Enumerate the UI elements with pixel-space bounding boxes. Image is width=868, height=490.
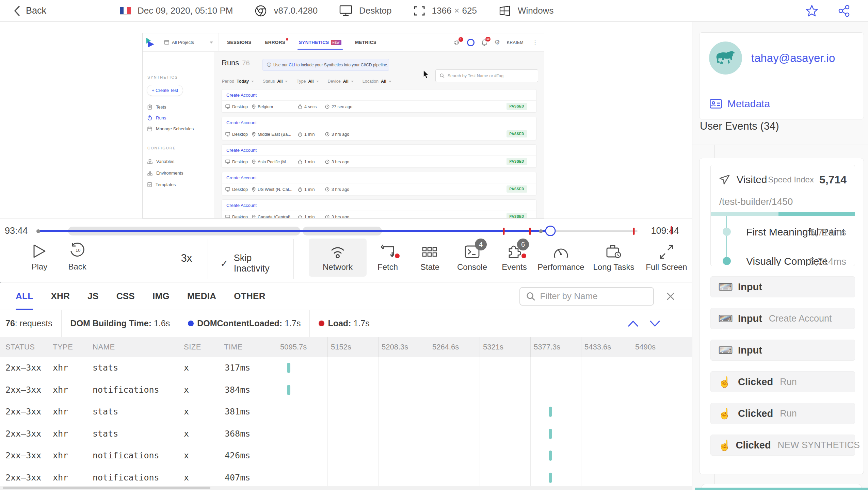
panel-button-events[interactable]: 6 Events [493, 239, 535, 277]
network-tab[interactable]: CSS [116, 283, 135, 310]
error-marker[interactable] [529, 228, 531, 235]
horizontal-scrollbar [0, 486, 692, 490]
timeline-scrubber[interactable] [545, 226, 556, 236]
test-search-box[interactable] [435, 69, 538, 82]
sidebar-item-environments[interactable]: Environments [147, 170, 183, 176]
user-event-item[interactable]: ⌨ ☝ Input Create Account [710, 308, 855, 329]
app-nav-tab[interactable]: SYNTHETICS NEW [299, 33, 341, 51]
column-time[interactable]: TIME [224, 337, 243, 357]
column-status[interactable]: STATUS [5, 337, 35, 357]
app-nav-tab[interactable]: SESSIONS [227, 33, 251, 51]
network-request-row[interactable]: 2xx–3xx xhr stats x 368ms [0, 423, 692, 445]
filter-dropdown[interactable]: Status All [263, 79, 288, 84]
filter-dropdown[interactable]: Period Today [222, 79, 254, 84]
clock-icon [325, 215, 329, 218]
user-event-item[interactable]: ⌨ ☝ Input [710, 276, 855, 297]
user-menu[interactable]: KRAIEM [507, 40, 524, 45]
request-timing-bar [549, 407, 552, 417]
visited-card[interactable]: Visited Speed Index 5,714 /test-builder/… [710, 165, 855, 266]
run-name-link[interactable]: Create Account [222, 117, 536, 128]
clock-icon [325, 187, 329, 192]
user-event-item[interactable]: ⌨ ☝ Clicked Run [710, 371, 855, 392]
scrollbar-thumb[interactable] [3, 487, 210, 489]
bell-icon[interactable]: 13 [481, 39, 487, 46]
run-name-link[interactable]: Create Account [222, 145, 536, 156]
column-name[interactable]: NAME [93, 337, 115, 357]
kebab-menu-icon[interactable]: ⋮ [530, 39, 540, 46]
location-pin-icon [252, 215, 256, 219]
back-10s-button[interactable]: 10 Back [66, 241, 89, 272]
mouse-cursor [422, 70, 429, 79]
sidebar-item-tests[interactable]: Tests [147, 104, 166, 110]
panel-buttons: Network Fetch State [309, 239, 692, 277]
panel-button-console[interactable]: 4 Console [451, 239, 493, 277]
announcements-icon[interactable]: 1 [453, 39, 460, 46]
error-marker[interactable] [633, 228, 635, 235]
divider [692, 145, 868, 145]
column-size[interactable]: SIZE [184, 337, 201, 357]
sidebar-item-templates[interactable]: Templates [147, 182, 176, 187]
network-request-row[interactable]: 2xx–3xx xhr notifications x 426ms [0, 445, 692, 467]
cli-info-banner: ⓘ Use our CLI to include your Synthetics… [262, 59, 389, 71]
back-button[interactable]: Back [14, 5, 46, 16]
network-tab[interactable]: JS [87, 283, 98, 310]
user-email-link[interactable]: tahay@asayer.io [751, 52, 835, 65]
project-selector[interactable]: All Projects [164, 40, 213, 45]
panel-button-state[interactable]: State [409, 239, 451, 277]
user-event-item[interactable]: ⌨ ☝ Input [710, 340, 855, 361]
sidebar-item-variables[interactable]: Variables [147, 159, 174, 164]
run-name-link[interactable]: Create Account [222, 200, 536, 211]
network-request-row[interactable]: 2xx–3xx xhr stats x 381ms [0, 401, 692, 423]
column-type[interactable]: TYPE [53, 337, 73, 357]
timeline-track[interactable] [37, 225, 638, 237]
play-button[interactable]: Play [29, 241, 50, 272]
cli-link[interactable]: CLI [289, 63, 295, 67]
filter-dropdown[interactable]: Type All [296, 79, 319, 84]
test-search-input[interactable] [448, 74, 534, 78]
user-event-item[interactable]: ⌨ ☝ Clicked NEW SYNTHETICS [710, 435, 855, 456]
speed-toggle[interactable]: 3x [181, 252, 192, 264]
run-name-link[interactable]: Create Account [222, 89, 536, 101]
error-marker[interactable] [503, 228, 504, 235]
panel-button-network[interactable]: Network [309, 239, 367, 277]
gear-icon[interactable]: ⚙ [494, 38, 500, 46]
sidebar-item-manage-schedules[interactable]: Manage Schedules [147, 126, 194, 131]
chevron-up-icon[interactable] [627, 320, 639, 328]
status-badge: PASSED [507, 130, 527, 137]
panel-button-long-tasks[interactable]: Long Tasks [586, 239, 641, 277]
run-card[interactable]: Create Account Desktop Canada (Central) [222, 199, 536, 218]
filter-box[interactable] [519, 287, 654, 306]
fetch-red-dot [395, 254, 400, 258]
user-event-item[interactable]: ⌨ ☝ Clicked Run [710, 403, 855, 424]
network-tab[interactable]: MEDIA [187, 283, 216, 310]
run-card[interactable]: Create Account Desktop US West (N. Cal..… [222, 172, 536, 195]
panel-button-fetch[interactable]: Fetch [367, 239, 409, 277]
close-icon[interactable] [665, 291, 676, 301]
run-card[interactable]: Create Account Desktop Asia Pacific (M..… [222, 144, 536, 168]
run-name-link[interactable]: Create Account [222, 172, 536, 183]
network-request-row[interactable]: 2xx–3xx xhr stats x 317ms [0, 357, 692, 379]
app-nav-tab[interactable]: ERRORS [265, 33, 285, 51]
network-tab[interactable]: XHR [51, 283, 70, 310]
network-tab[interactable]: ALL [16, 283, 33, 310]
app-nav-tab[interactable]: METRICS [355, 33, 376, 51]
skip-inactivity-toggle[interactable]: ✓ Skip Inactivity [220, 253, 280, 274]
panel-button-performance[interactable]: Performance [535, 239, 586, 277]
sidebar-item-runs[interactable]: Runs [147, 115, 166, 120]
filter-by-name-input[interactable] [540, 291, 647, 301]
panel-button-full-screen[interactable]: Full Screen [641, 239, 692, 277]
network-tab[interactable]: OTHER [234, 283, 266, 310]
run-card[interactable]: Create Account Desktop Belgium [222, 89, 536, 113]
network-tab[interactable]: IMG [152, 283, 170, 310]
network-request-row[interactable]: 2xx–3xx xhr notifications x 384ms [0, 379, 692, 401]
network-request-row[interactable]: 2xx–3xx xhr notifications x 407ms [0, 467, 692, 486]
metadata-button[interactable]: Metadata [710, 98, 770, 110]
favorite-star-icon[interactable] [805, 5, 818, 17]
filter-dropdown[interactable]: Location All [363, 79, 391, 84]
run-card[interactable]: Create Account Desktop Middle East (Ba..… [222, 117, 536, 140]
chevron-down-icon[interactable] [649, 320, 661, 328]
create-test-button[interactable]: + Create Test [147, 85, 183, 96]
share-icon[interactable] [838, 5, 850, 17]
calendar-icon [147, 126, 152, 131]
filter-dropdown[interactable]: Device All [328, 79, 354, 84]
